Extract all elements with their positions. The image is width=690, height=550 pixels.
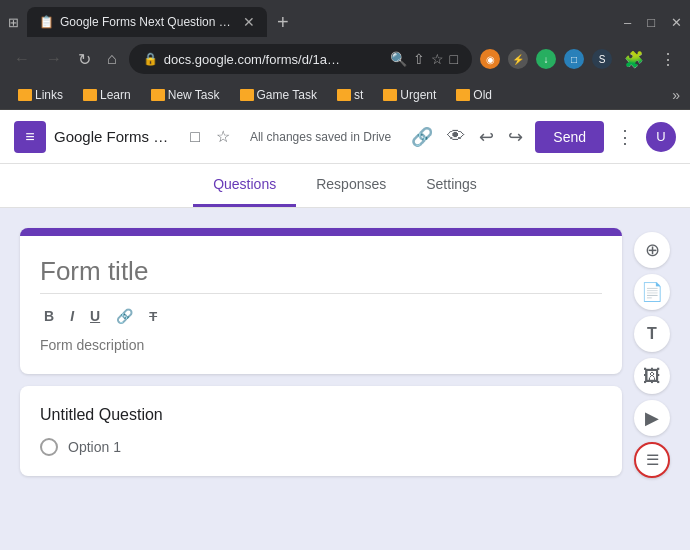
link-button[interactable]: 🔗 [112, 306, 137, 326]
active-tab[interactable]: 📋 Google Forms Next Question Ba… ✕ [27, 7, 267, 37]
folder-icon [83, 89, 97, 101]
lock-icon: 🔒 [143, 52, 158, 66]
refresh-button[interactable]: ↻ [74, 48, 95, 71]
tab-title: Google Forms Next Question Ba… [60, 15, 235, 29]
formatting-bar: B I U 🔗 T [40, 306, 602, 326]
title-icon: T [647, 325, 657, 343]
bookmark-st[interactable]: st [329, 86, 371, 104]
forms-document-title[interactable]: Google Forms Next Question Based or [54, 128, 178, 145]
bookmark-label: Old [473, 88, 492, 102]
italic-button[interactable]: I [66, 306, 78, 326]
ext-icon-2[interactable]: ⚡ [508, 49, 528, 69]
option-label: Option 1 [68, 439, 121, 455]
add-question-button[interactable]: ⊕ [634, 232, 670, 268]
bookmark-icon[interactable]: ☆ [431, 51, 444, 67]
browser-menu-button[interactable]: ⋮ [656, 48, 680, 71]
tab-close-button[interactable]: ✕ [243, 14, 255, 30]
folder-icon [151, 89, 165, 101]
add-video-button[interactable]: ▶ [634, 400, 670, 436]
ext-icon-1[interactable]: ◉ [480, 49, 500, 69]
folder-icon [337, 89, 351, 101]
redo-button[interactable]: ↪ [504, 122, 527, 152]
maximize-button[interactable]: □ [647, 15, 655, 30]
bold-button[interactable]: B [40, 306, 58, 326]
folder-icon [383, 89, 397, 101]
browser-chrome: ⊞ 📋 Google Forms Next Question Ba… ✕ + –… [0, 0, 690, 110]
bookmark-old[interactable]: Old [448, 86, 500, 104]
clear-format-button[interactable]: T [145, 307, 161, 326]
bookmark-label: Learn [100, 88, 131, 102]
option-radio [40, 438, 58, 456]
folder-icon [240, 89, 254, 101]
question-title[interactable]: Untitled Question [40, 406, 602, 424]
forms-tabs: Questions Responses Settings [0, 164, 690, 208]
undo-button[interactable]: ↩ [475, 122, 498, 152]
bookmark-label: Urgent [400, 88, 436, 102]
folder-icon[interactable]: □ [186, 124, 204, 150]
sidebar-tools: ⊕ 📄 T 🖼 ▶ ☰ [634, 228, 670, 530]
bookmark-links[interactable]: Links [10, 86, 71, 104]
bookmark-label: New Task [168, 88, 220, 102]
bookmark-learn[interactable]: Learn [75, 86, 139, 104]
address-bar: ← → ↻ ⌂ 🔒 docs.google.com/forms/d/1a… 🔍 … [0, 38, 690, 80]
share-icon[interactable]: ⇧ [413, 51, 425, 67]
star-icon[interactable]: ☆ [212, 123, 234, 150]
bookmark-game-task[interactable]: Game Task [232, 86, 325, 104]
add-title-button[interactable]: T [634, 316, 670, 352]
bookmark-new-task[interactable]: New Task [143, 86, 228, 104]
tab-favicon: 📋 [39, 15, 54, 29]
new-tab-button[interactable]: + [271, 11, 295, 34]
import-icon: 📄 [641, 281, 663, 303]
ext-icon-3[interactable]: ↓ [536, 49, 556, 69]
form-cards: B I U 🔗 T Untitled Question Option 1 [20, 228, 622, 530]
tab-responses[interactable]: Responses [296, 164, 406, 207]
forms-app: ≡ Google Forms Next Question Based or □ … [0, 110, 690, 550]
section-icon: ☰ [646, 451, 659, 469]
search-icon[interactable]: 🔍 [390, 51, 407, 67]
extensions-button[interactable]: 🧩 [620, 48, 648, 71]
bookmark-label: Game Task [257, 88, 317, 102]
close-button[interactable]: ✕ [671, 15, 682, 30]
save-status: All changes saved in Drive [250, 130, 391, 144]
bookmarks-bar: Links Learn New Task Game Task st Urgent… [0, 80, 690, 110]
question-card: Untitled Question Option 1 [20, 386, 622, 476]
preview-icon[interactable]: 👁 [443, 122, 469, 151]
video-icon: ▶ [645, 407, 659, 429]
ext-icon-4[interactable]: □ [564, 49, 584, 69]
ext-icon-5[interactable]: S [592, 49, 612, 69]
more-options-icon[interactable]: ⋮ [616, 126, 634, 148]
send-button[interactable]: Send [535, 121, 604, 153]
folder-icon [18, 89, 32, 101]
toolbar-action-icons: 🔗 👁 ↩ ↪ [407, 122, 527, 152]
form-title-input[interactable] [40, 256, 602, 294]
home-button[interactable]: ⌂ [103, 48, 121, 70]
browser-grid-icon[interactable]: ⊞ [8, 15, 19, 30]
add-image-button[interactable]: 🖼 [634, 358, 670, 394]
add-question-icon: ⊕ [645, 239, 660, 261]
title-card: B I U 🔗 T [20, 228, 622, 374]
tab-questions[interactable]: Questions [193, 164, 296, 207]
forward-button[interactable]: → [42, 48, 66, 70]
forms-icon-symbol: ≡ [25, 128, 34, 146]
tab-settings[interactable]: Settings [406, 164, 497, 207]
window-controls: – □ ✕ [624, 15, 682, 30]
form-description-input[interactable] [40, 337, 602, 353]
address-text: docs.google.com/forms/d/1a… [164, 52, 384, 67]
tab-responses-label: Responses [316, 176, 386, 192]
minimize-button[interactable]: – [624, 15, 631, 30]
image-icon: 🖼 [643, 366, 661, 387]
open-form-icon[interactable]: 🔗 [407, 122, 437, 152]
folder-icon [456, 89, 470, 101]
main-content-area: B I U 🔗 T Untitled Question Option 1 [0, 208, 690, 550]
screenshot-icon[interactable]: □ [450, 51, 458, 67]
import-questions-button[interactable]: 📄 [634, 274, 670, 310]
bookmark-label: Links [35, 88, 63, 102]
tab-settings-label: Settings [426, 176, 477, 192]
back-button[interactable]: ← [10, 48, 34, 70]
bookmark-urgent[interactable]: Urgent [375, 86, 444, 104]
user-avatar[interactable]: U [646, 122, 676, 152]
bookmarks-more-button[interactable]: » [672, 87, 680, 103]
address-input[interactable]: 🔒 docs.google.com/forms/d/1a… 🔍 ⇧ ☆ □ [129, 44, 472, 74]
underline-button[interactable]: U [86, 306, 104, 326]
add-section-button[interactable]: ☰ [634, 442, 670, 478]
